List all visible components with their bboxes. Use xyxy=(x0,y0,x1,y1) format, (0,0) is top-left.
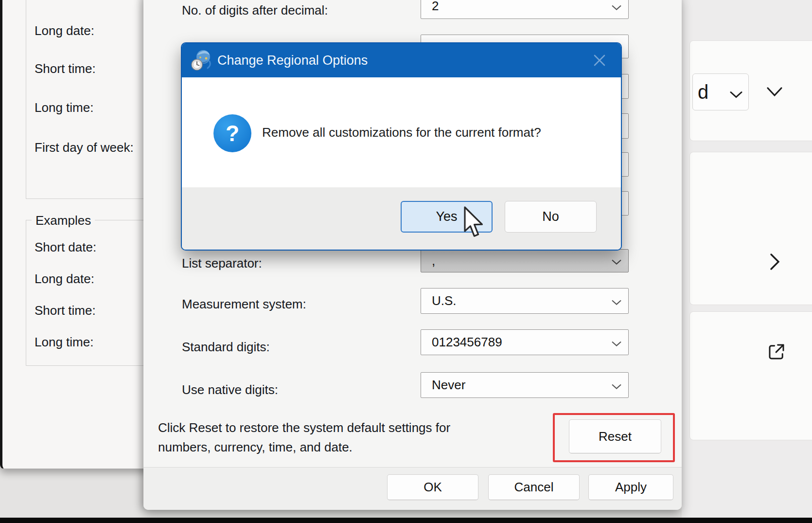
chevron-down-icon[interactable] xyxy=(766,87,783,99)
yes-button-label: Yes xyxy=(436,209,457,224)
field-label-long-date: Long date: xyxy=(35,23,94,38)
native-digits-value: Never xyxy=(432,378,465,393)
list-separator-combobox[interactable]: , xyxy=(421,249,629,272)
external-link-icon[interactable] xyxy=(766,342,787,364)
example-label-long-time: Long time: xyxy=(35,335,93,350)
modal-body: ? Remove all customizations for the curr… xyxy=(182,77,621,187)
change-regional-options-dialog: Change Regional Options ? Remove all cus… xyxy=(181,42,622,251)
cancel-button-label: Cancel xyxy=(514,480,554,495)
apply-button-label: Apply xyxy=(615,480,647,495)
chevron-down-icon xyxy=(611,253,622,269)
label-list-separator: List separator: xyxy=(182,256,262,271)
label-digits-after-decimal: No. of digits after decimal: xyxy=(182,3,328,18)
chevron-right-icon[interactable] xyxy=(770,253,780,272)
reset-hint-line2: numbers, currency, time, and date. xyxy=(158,440,353,455)
settings-card-nav[interactable] xyxy=(689,152,812,305)
field-label-long-time: Long time: xyxy=(35,100,93,115)
example-label-short-time: Short time: xyxy=(35,303,96,318)
no-button-label: No xyxy=(542,209,559,224)
field-label-short-time: Short time: xyxy=(35,61,96,76)
chevron-down-icon xyxy=(611,293,622,308)
settings-card-external[interactable] xyxy=(689,311,812,440)
digits-after-decimal-value: 2 xyxy=(432,0,439,14)
chevron-down-icon xyxy=(611,378,622,393)
no-button[interactable]: No xyxy=(505,201,597,233)
regional-format-dropdown[interactable]: d xyxy=(692,73,749,110)
measurement-system-value: U.S. xyxy=(432,293,457,308)
apply-button[interactable]: Apply xyxy=(588,474,673,500)
field-label-first-day: First day of week: xyxy=(35,140,134,155)
measurement-system-combobox[interactable]: U.S. xyxy=(421,288,629,314)
modal-titlebar[interactable]: Change Regional Options xyxy=(182,43,621,77)
digits-after-decimal-combobox[interactable]: 2 xyxy=(421,0,629,19)
chevron-down-icon xyxy=(611,335,622,350)
chevron-down-icon xyxy=(730,81,742,103)
reset-hint-line1: Click Reset to restore the system defaul… xyxy=(158,420,450,435)
list-separator-value: , xyxy=(432,253,435,269)
annotation-highlight-box xyxy=(553,413,675,462)
label-native-digits: Use native digits: xyxy=(182,382,278,397)
cancel-button[interactable]: Cancel xyxy=(488,474,580,500)
label-measurement-system: Measurement system: xyxy=(182,297,306,312)
example-label-long-date: Long date: xyxy=(35,271,94,287)
close-icon[interactable] xyxy=(590,51,609,70)
modal-title: Change Regional Options xyxy=(217,53,368,68)
examples-legend: Examples xyxy=(32,213,95,228)
screenshot-bottom-edge xyxy=(0,518,812,523)
modal-message: Remove all customizations for the curren… xyxy=(262,125,541,140)
regional-format-dropdown-value: d xyxy=(698,81,708,103)
modal-footer: Yes No xyxy=(182,187,621,250)
chevron-down-icon xyxy=(611,0,622,14)
mouse-cursor-icon xyxy=(463,206,486,240)
ok-button[interactable]: OK xyxy=(387,474,478,500)
ok-button-label: OK xyxy=(424,480,442,495)
native-digits-combobox[interactable]: Never xyxy=(421,372,629,398)
globe-clock-icon xyxy=(190,49,212,74)
example-label-short-date: Short date: xyxy=(35,240,96,255)
region-window: Long date: Short time: Long time: First … xyxy=(0,0,151,469)
standard-digits-combobox[interactable]: 0123456789 xyxy=(421,329,629,355)
standard-digits-value: 0123456789 xyxy=(432,335,502,350)
label-standard-digits: Standard digits: xyxy=(182,340,270,355)
question-mark-icon: ? xyxy=(213,114,251,152)
